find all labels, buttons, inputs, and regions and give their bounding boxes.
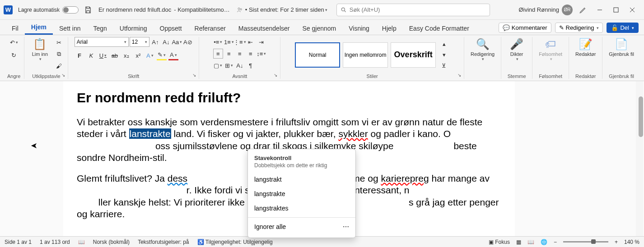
undo-button[interactable]: ↶▾ [9,37,19,48]
align-right-button[interactable]: ≡ [235,49,245,59]
styles-more-button[interactable]: ⊻ [439,60,449,71]
highlight-button[interactable]: ✎▾ [157,50,167,60]
tab-easy-code[interactable]: Easy Code Formatter [403,22,476,35]
copy-button[interactable]: ⧉ [53,49,64,59]
view-read-mode[interactable]: 📖 [527,239,534,245]
show-marks-button[interactable]: ¶ [246,60,256,70]
accessibility-status[interactable]: ♿ Tilgjengelighet: Utilgjengelig [197,239,273,245]
editor-button[interactable]: 📝Redaktør [573,37,598,58]
editing-button[interactable]: 🔍Redigering▾ [468,37,497,62]
view-web-layout[interactable]: 🌐 [541,239,547,245]
text-effects-button[interactable]: A▾ [145,50,155,60]
style-heading[interactable]: Overskrift [391,42,436,68]
redo-button[interactable]: ↻ [9,50,19,60]
tab-se-gjennom[interactable]: Se gjennom [296,22,342,35]
user-name[interactable]: Øivind Rønning [518,6,559,13]
cut-button[interactable]: ✂ [53,37,64,48]
style-no-spacing[interactable]: Ingen mellomrom [343,42,388,68]
paste-button[interactable]: 📋 Lim inn▾ [28,37,51,62]
grammar-error-dess[interactable]: dess [168,173,187,183]
spell-error-karierepreg[interactable]: karierepreg [381,173,429,183]
spellcheck-status-icon[interactable]: 📖 [78,239,85,245]
suggestion-1[interactable]: langstrakt [248,172,355,187]
change-case-button[interactable]: Aa▾ [172,37,182,47]
language-indicator[interactable]: Norsk (bokmål) [93,239,130,245]
borders-button[interactable]: ⊞▾ [224,60,234,70]
zoom-level[interactable]: 140 % [624,239,639,245]
strike-button[interactable]: ab [110,50,120,60]
superscript-button[interactable]: x² [133,50,143,60]
text-predictions[interactable]: Tekstforutsigelser: på [138,239,189,245]
font-size-combo[interactable]: 12▾ [130,37,149,47]
search-box[interactable] [336,4,490,16]
share-button[interactable]: 🔓 Del ▾ [607,23,639,33]
align-center-button[interactable]: ≡ [224,49,234,59]
styles-launcher[interactable]: ↘ [457,73,463,78]
pen-icon[interactable] [579,6,587,14]
focus-mode[interactable]: ▣ Fokus [489,239,510,245]
scroll-thumb[interactable] [639,96,643,137]
spell-error-sykkler[interactable]: sykkler [338,128,368,139]
tab-masseutsendelser[interactable]: Masseutsendelser [232,22,296,35]
style-normal[interactable]: Normal [295,42,340,68]
user-avatar[interactable]: ØR [562,5,573,15]
increase-font-button[interactable]: A↑ [150,37,160,47]
align-left-button[interactable]: ≡ [213,49,223,59]
font-launcher[interactable]: ↘ [192,73,198,78]
underline-button[interactable]: U▾ [98,50,108,60]
styles-down-button[interactable]: ▾ [439,50,449,60]
increase-indent-button[interactable]: ⇥ [257,37,266,47]
decrease-font-button[interactable]: A↓ [161,37,171,47]
suggestion-3[interactable]: langstraktes [248,201,355,215]
tab-visning[interactable]: Visning [342,22,376,35]
save-icon[interactable] [84,6,92,14]
tab-oppsett[interactable]: Oppsett [154,22,188,35]
tab-referanser[interactable]: Referanser [188,22,232,35]
zoom-in[interactable]: + [615,239,618,245]
ignore-all[interactable]: Ignorer alle ⋯ [248,220,355,234]
sort-button[interactable]: A↓ [235,60,245,70]
font-name-combo[interactable]: Arial▾ [75,37,129,47]
italic-button[interactable]: K [86,50,96,60]
tab-fil[interactable]: Fil [5,22,25,35]
suggestion-2[interactable]: langstrakte [248,187,355,201]
view-print-layout[interactable]: ▦ [516,239,521,245]
page-indicator[interactable]: Side 1 av 1 [5,239,32,245]
font-color-button[interactable]: A▾ [168,50,178,60]
reuse-button[interactable]: 📄Gjenbruk fil [606,37,637,58]
paragraph-launcher[interactable]: ↘ [274,73,279,78]
subscript-button[interactable]: x₂ [121,50,131,60]
minimize-button[interactable] [592,3,608,17]
editing-mode-button[interactable]: ✎ Redigering ▾ [555,23,603,33]
line-spacing-button[interactable]: ↕≡▾ [257,49,266,59]
tab-sett-inn[interactable]: Sett inn [53,22,87,35]
numbering-button[interactable]: 1≡▾ [224,37,234,47]
last-modified[interactable]: • Sist endret: For 2 timer siden▾ [245,6,327,13]
autosave-toggle[interactable]: Lagre automatisk [18,6,79,14]
justify-button[interactable]: ≡ [246,49,256,59]
clear-format-button[interactable]: A⊘ [183,37,193,47]
close-button[interactable] [624,3,640,17]
sensitivity-button[interactable]: 🏷Følsomhet▾ [536,37,565,62]
highlighted-misspelling[interactable]: lanstrakte [129,128,171,139]
maximize-button[interactable] [608,3,624,17]
tab-tegn[interactable]: Tegn [87,22,113,35]
comments-button[interactable]: 💬 Kommentarer [499,23,551,33]
bold-button[interactable]: F [75,50,84,60]
toggle-switch[interactable] [62,6,79,14]
bullets-button[interactable]: •≡▾ [213,37,223,47]
decrease-indent-button[interactable]: ⇤ [246,37,256,47]
tab-hjem[interactable]: Hjem [25,21,53,35]
format-painter-button[interactable]: 🖌 [53,60,64,71]
clipboard-launcher[interactable]: ↘ [61,73,67,78]
search-input[interactable] [350,6,486,13]
more-icon[interactable]: ⋯ [343,223,349,230]
zoom-out[interactable]: − [554,239,557,245]
word-count[interactable]: 1 av 113 ord [40,239,70,245]
dictate-button[interactable]: 🎤Dikter▾ [505,37,528,62]
zoom-slider[interactable] [563,241,608,242]
tab-hjelp[interactable]: Hjelp [376,22,403,35]
tab-utforming[interactable]: Utforming [113,22,154,35]
multilevel-button[interactable]: ⋮≡▾ [235,37,245,47]
styles-up-button[interactable]: ▴ [439,39,449,50]
